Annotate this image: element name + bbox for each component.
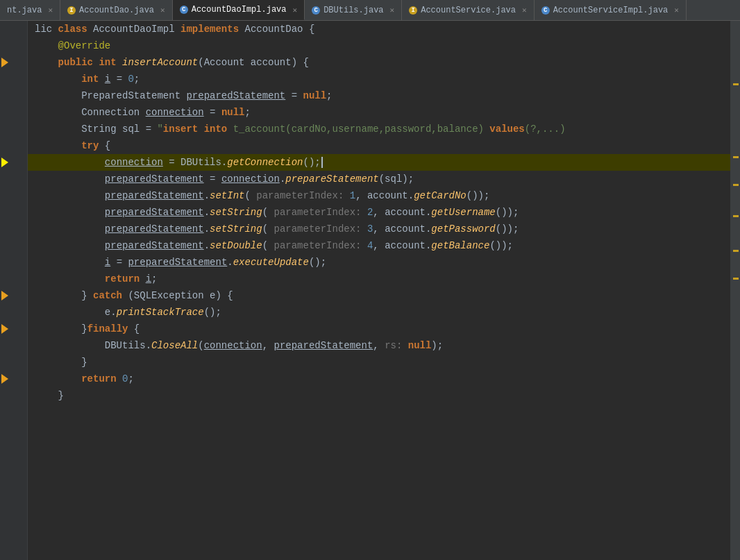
code-text: insertAccount	[122, 57, 198, 68]
code-text: ();	[303, 157, 320, 168]
code-text: catch	[93, 290, 128, 301]
tab-label: AccountServiceImpl.java	[553, 6, 668, 15]
tab-accountdao-java[interactable]: I AccountDao.java ✕	[60, 0, 173, 20]
code-text: AccountDaoImpl	[93, 24, 180, 35]
code-text: i	[105, 74, 110, 85]
code-text: }	[35, 290, 93, 301]
code-text: getPassword	[431, 223, 495, 235]
code-text: setString	[210, 223, 262, 235]
line-gutter	[0, 21, 28, 560]
tab-nt-java[interactable]: nt.java ✕	[0, 0, 60, 20]
code-text: =	[204, 107, 221, 118]
code-text: 3	[367, 223, 373, 235]
code-text: "	[157, 124, 162, 135]
code-text: preparedStatement	[105, 240, 204, 251]
code-line-2: @Override	[28, 37, 730, 54]
breakpoint-arrow-icon	[1, 324, 8, 334]
tab-label: AccountService.java	[421, 6, 516, 15]
code-line-16: return i;	[28, 271, 730, 287]
gutter-line-6	[0, 104, 23, 121]
code-text: implements	[180, 24, 244, 35]
code-line-13: preparedStatement.setString( parameterIn…	[28, 221, 730, 237]
tab-dbutils-java[interactable]: C DBUtils.java ✕	[305, 0, 402, 20]
code-text: parameterIndex:	[274, 240, 362, 251]
code-text: Connection	[35, 107, 146, 118]
gutter-line-15	[0, 254, 23, 271]
code-text: (	[198, 340, 203, 351]
code-text: ;	[244, 107, 250, 118]
code-text: , account.	[355, 190, 414, 201]
code-text: ());	[489, 240, 513, 251]
gutter-line-29	[0, 487, 23, 504]
code-text: int	[81, 74, 105, 85]
code-text: AccountDao {	[244, 24, 314, 35]
gutter-line-26	[0, 437, 23, 454]
code-text: printStackTrace	[117, 307, 204, 318]
code-text: executeUpdate	[233, 257, 309, 268]
gutter-line-14	[0, 237, 23, 254]
scrollbar[interactable]	[730, 21, 740, 560]
code-text	[344, 190, 349, 201]
code-line-8: try {	[28, 137, 730, 154]
code-line-22: return 0;	[28, 371, 730, 387]
tab-close-icon[interactable]: ✕	[160, 6, 165, 15]
code-text: connection	[204, 340, 262, 351]
code-text: =	[110, 74, 128, 85]
code-text: =	[204, 173, 221, 185]
gutter-line-19	[0, 321, 23, 337]
tab-close-icon[interactable]: ✕	[522, 6, 527, 15]
code-text	[35, 273, 105, 285]
code-text: parameterIndex:	[256, 190, 344, 201]
code-text: preparedStatement	[186, 90, 285, 101]
tab-close-icon[interactable]: ✕	[48, 6, 53, 15]
gutter-line-16	[0, 271, 23, 287]
code-text: );	[431, 340, 443, 351]
code-text: }	[35, 357, 87, 368]
code-text: setInt	[210, 190, 244, 201]
code-text	[35, 57, 58, 68]
tab-accountdaoimpl-java[interactable]: C AccountDaoImpl.java ✕	[173, 0, 305, 20]
code-text: getCardNo	[414, 190, 466, 201]
gutter-line-13	[0, 221, 23, 237]
code-text: public	[58, 57, 99, 68]
code-text: null	[408, 340, 432, 351]
code-text: (	[262, 207, 274, 218]
code-text: finally	[87, 323, 134, 334]
code-text: ());	[466, 190, 490, 201]
gutter-line-2	[0, 37, 23, 54]
code-text: =	[285, 90, 303, 101]
tab-close-icon[interactable]: ✕	[390, 6, 395, 15]
code-text: preparedStatement	[128, 257, 227, 268]
code-text: e.	[35, 307, 117, 318]
gutter-line-24	[0, 404, 23, 421]
code-text: String sql =	[35, 124, 157, 135]
gutter-line-12	[0, 204, 23, 221]
code-text: =	[110, 257, 128, 268]
code-text: @Override	[35, 40, 110, 51]
tab-accountserviceimpl-java[interactable]: C AccountServiceImpl.java ✕	[535, 0, 687, 20]
code-text: CloseAll	[151, 340, 198, 351]
code-line-18: e.printStackTrace();	[28, 304, 730, 321]
code-text: ();	[204, 307, 221, 318]
code-line-21: }	[28, 354, 730, 371]
tab-type-icon: C	[541, 6, 550, 15]
scroll-marker-2	[733, 156, 739, 158]
code-text	[362, 240, 367, 251]
code-text	[35, 240, 105, 251]
tab-type-icon: C	[180, 6, 188, 14]
code-text: {	[134, 323, 140, 334]
code-line-6: Connection connection = null;	[28, 104, 730, 121]
code-editor[interactable]: lic class AccountDaoImpl implements Acco…	[28, 21, 730, 560]
code-line-4: int i = 0;	[28, 71, 730, 87]
tab-accountservice-java[interactable]: I AccountService.java ✕	[402, 0, 534, 20]
code-text	[35, 157, 105, 168]
gutter-line-18	[0, 304, 23, 321]
scroll-marker-3	[733, 184, 739, 186]
code-text: i	[105, 257, 110, 268]
code-text: (	[262, 223, 274, 235]
code-text: lic	[35, 24, 58, 35]
tab-close-icon[interactable]: ✕	[674, 6, 679, 15]
tab-close-icon[interactable]: ✕	[293, 6, 298, 15]
code-text	[35, 140, 81, 151]
code-text: prepareStatement	[285, 173, 378, 185]
